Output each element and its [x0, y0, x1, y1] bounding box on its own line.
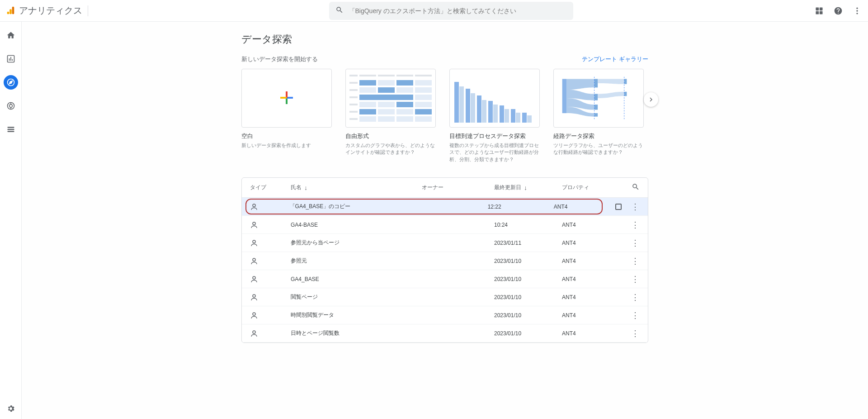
table-row[interactable]: 「GA4_BASE」のコピー12:22ANT4⋮	[242, 198, 648, 216]
more-vert-icon[interactable]: ⋮	[631, 203, 640, 211]
svg-rect-17	[7, 127, 14, 128]
arrow-down-icon: ↓	[304, 184, 307, 191]
search-input[interactable]	[349, 7, 567, 14]
row-date: 2023/01/10	[494, 276, 562, 282]
row-date: 12:22	[488, 204, 554, 210]
nav-admin[interactable]	[4, 405, 18, 419]
person-icon	[250, 239, 291, 247]
row-date: 2023/01/10	[494, 258, 562, 264]
svg-rect-25	[594, 79, 598, 87]
more-vert-icon[interactable]: ⋮	[631, 311, 640, 319]
svg-point-38	[253, 295, 255, 297]
table-row[interactable]: 参照元2023/01/10ANT4⋮	[242, 252, 648, 270]
nav-explore[interactable]	[4, 75, 18, 90]
checkbox[interactable]	[615, 204, 622, 210]
row-date: 2023/01/10	[494, 294, 562, 300]
carousel-next-button[interactable]	[644, 92, 658, 107]
nav-home[interactable]	[4, 28, 18, 43]
row-name: 「GA4_BASE」のコピー	[290, 203, 417, 210]
svg-rect-30	[624, 92, 627, 96]
nav-advertising[interactable]	[4, 99, 18, 113]
template-gallery-link[interactable]: テンプレート ギャラリー	[582, 55, 648, 63]
more-vert-icon[interactable]: ⋮	[631, 239, 640, 247]
row-property: ANT4	[562, 330, 625, 337]
more-vert-icon[interactable]: ⋮	[631, 275, 640, 283]
app-title: アナリティクス	[19, 5, 82, 17]
nav-reports[interactable]	[4, 52, 18, 66]
row-date: 2023/01/11	[494, 240, 562, 246]
search-icon[interactable]	[632, 183, 640, 192]
col-type[interactable]: タイプ	[250, 184, 291, 191]
more-vert-icon[interactable]: ⋮	[631, 329, 640, 338]
section-subtitle: 新しいデータ探索を開始する	[241, 55, 318, 63]
col-name[interactable]: 氏名 ↓	[291, 184, 422, 191]
svg-rect-27	[594, 105, 598, 110]
row-date: 10:24	[494, 222, 562, 228]
svg-rect-23	[280, 97, 287, 99]
person-icon	[250, 275, 291, 283]
more-vert-icon[interactable]: ⋮	[631, 257, 640, 265]
svg-rect-28	[594, 113, 598, 117]
table-row[interactable]: 参照元から当ページ2023/01/11ANT4⋮	[242, 234, 648, 252]
row-name: GA4-BASE	[291, 222, 422, 228]
more-vert-icon[interactable]	[852, 5, 863, 16]
analytics-logo-icon	[5, 6, 15, 16]
template-funnel[interactable]	[449, 69, 540, 128]
search-box[interactable]	[329, 2, 573, 20]
svg-point-37	[253, 276, 255, 279]
divider	[88, 5, 88, 16]
svg-point-9	[856, 13, 858, 14]
person-icon	[250, 221, 291, 229]
more-vert-icon[interactable]: ⋮	[631, 221, 640, 229]
svg-rect-12	[10, 57, 11, 61]
row-property: ANT4	[562, 276, 625, 282]
template-path[interactable]	[553, 69, 644, 128]
row-property: ANT4	[554, 204, 615, 210]
row-date: 2023/01/10	[494, 330, 562, 337]
row-name: 時間別閲覧データ	[291, 311, 422, 319]
row-name: 参照元から当ページ	[291, 239, 422, 247]
col-property[interactable]: プロパティ	[562, 184, 625, 191]
svg-point-39	[253, 313, 255, 315]
nav-configure[interactable]	[4, 122, 18, 137]
table-row[interactable]: GA4_BASE2023/01/10ANT4⋮	[242, 270, 648, 288]
svg-rect-29	[624, 79, 627, 84]
help-icon[interactable]	[833, 5, 844, 16]
svg-rect-2	[12, 6, 14, 14]
table-row[interactable]: 日時とページ閲覧数2023/01/10ANT4⋮	[242, 324, 648, 343]
svg-rect-24	[562, 79, 566, 113]
svg-point-33	[253, 204, 255, 207]
template-title: 自由形式	[345, 132, 436, 140]
list-header: タイプ 氏名 ↓ オーナー 最終更新日 ↓ プロパティ	[242, 178, 648, 198]
row-name: 閲覧ページ	[291, 293, 422, 301]
svg-rect-6	[820, 11, 823, 14]
svg-point-36	[253, 258, 255, 261]
svg-rect-18	[7, 129, 14, 130]
template-freeform[interactable]	[345, 69, 436, 128]
more-vert-icon[interactable]: ⋮	[631, 293, 640, 301]
logo-area: アナリティクス	[5, 5, 82, 17]
page-title: データ探索	[241, 33, 648, 46]
row-property: ANT4	[562, 258, 625, 264]
left-nav	[0, 22, 22, 419]
row-property: ANT4	[562, 312, 625, 319]
person-icon	[250, 329, 291, 338]
svg-point-35	[253, 240, 255, 243]
template-blank[interactable]	[241, 69, 332, 128]
svg-point-8	[856, 10, 858, 11]
svg-rect-3	[816, 7, 819, 10]
table-row[interactable]: GA4-BASE10:24ANT4⋮	[242, 216, 648, 234]
table-row[interactable]: 時間別閲覧データ2023/01/10ANT4⋮	[242, 306, 648, 324]
table-row[interactable]: 閲覧ページ2023/01/10ANT4⋮	[242, 288, 648, 306]
row-property: ANT4	[562, 222, 625, 228]
person-icon	[250, 293, 291, 301]
svg-point-16	[9, 105, 12, 108]
apps-icon[interactable]	[814, 5, 825, 16]
template-desc: 複数のステップから成る目標到達プロセスで、どのようなユーザー行動経路が分析、分割…	[449, 142, 540, 163]
svg-rect-5	[816, 11, 819, 14]
person-icon	[250, 257, 291, 265]
arrow-down-icon: ↓	[524, 184, 527, 191]
col-date[interactable]: 最終更新日 ↓	[494, 184, 562, 191]
template-desc: ツリーグラフから、ユーザーのどのような行動経路が確認できますか？	[553, 142, 644, 156]
col-owner[interactable]: オーナー	[422, 184, 494, 191]
